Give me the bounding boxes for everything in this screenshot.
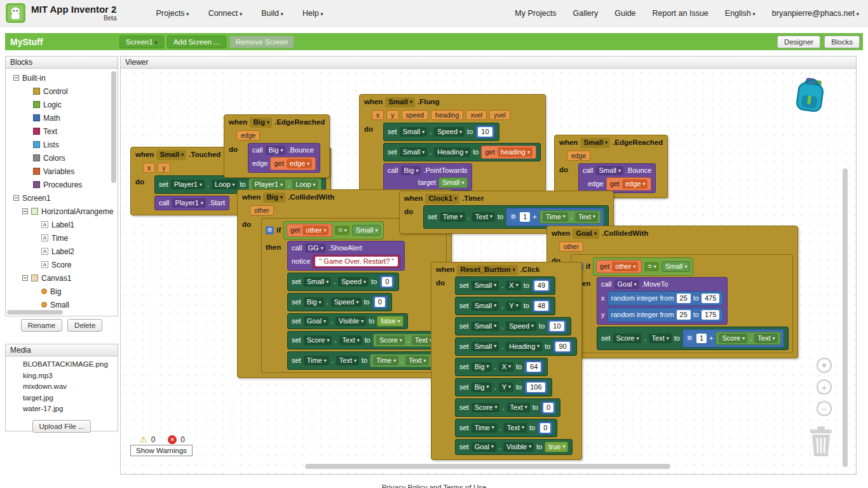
component-dropdown[interactable]: Small [471, 301, 499, 311]
property-dropdown[interactable]: Text [339, 336, 362, 345]
number-field[interactable]: 10 [478, 127, 492, 137]
component-dropdown[interactable]: Score [719, 334, 747, 343]
tree-vertical-scrollbar[interactable] [111, 71, 116, 183]
zoom-center-button[interactable] [817, 358, 832, 373]
set-block[interactable]: set Score . Text to ⚙ 1 + [597, 327, 789, 350]
set-block[interactable]: set Small . X to 49 [455, 276, 555, 295]
number-block[interactable]: 10 [475, 125, 494, 139]
tree-horizontal-scrollbar[interactable] [7, 310, 63, 315]
tree-node-variables[interactable]: Variables [6, 165, 118, 178]
tree-node-big[interactable]: Big [6, 285, 118, 298]
component-dropdown[interactable]: Player1 [252, 180, 285, 189]
number-block[interactable]: 0 [379, 275, 395, 288]
menu-build[interactable]: Build [261, 9, 283, 18]
component-dropdown[interactable]: Big [401, 166, 421, 175]
component-dropdown[interactable]: Time [543, 212, 568, 222]
component-dropdown[interactable]: Small [156, 150, 186, 160]
link-report-issue[interactable]: Report an Issue [653, 9, 709, 18]
property-dropdown[interactable]: Text [649, 334, 672, 343]
footer-links[interactable]: Privacy Policy and Terms of Use [0, 484, 868, 488]
property-dropdown[interactable]: Loop [212, 180, 238, 189]
logic-value-dropdown[interactable]: true [545, 442, 568, 452]
set-block[interactable]: set Small . Y to 48 [455, 297, 555, 315]
number-block[interactable]: 90 [553, 340, 572, 353]
property-dropdown[interactable]: Text [405, 356, 428, 365]
set-block[interactable]: set Score . Text to 0 [455, 398, 560, 417]
property-dropdown[interactable]: Text [507, 403, 530, 412]
param-chip-edge[interactable]: edge [236, 130, 260, 141]
set-block[interactable]: set Goal . Visible to true [455, 439, 573, 455]
get-block[interactable]: get edge [270, 157, 316, 170]
component-dropdown[interactable]: Player1 [172, 198, 206, 208]
component-dropdown[interactable]: Goal [614, 280, 639, 289]
number-field[interactable]: 175 [702, 310, 719, 320]
menu-projects[interactable]: Projects [156, 9, 189, 18]
add-screen-button[interactable]: Add Screen ... [167, 36, 226, 48]
media-file[interactable]: mixdown.wav [6, 383, 118, 394]
number-block[interactable]: 64 [524, 360, 543, 374]
tree-node-screen1[interactable]: Screen1 [6, 191, 118, 205]
component-dropdown[interactable]: Reset_Burtton [457, 265, 517, 275]
random-integer-block[interactable]: random integer from 25 to 475 [607, 291, 724, 306]
component-dropdown[interactable]: Goal [304, 316, 329, 326]
number-block[interactable]: 0 [372, 295, 388, 309]
media-file[interactable]: target.jpg [6, 394, 118, 405]
property-dropdown[interactable]: Visible [336, 316, 366, 326]
get-block[interactable]: get other [287, 224, 332, 237]
component-dropdown[interactable]: Goal [573, 229, 599, 239]
tree-node-lists[interactable]: Lists [6, 138, 118, 151]
logic-equals-block[interactable]: get other = Small [593, 257, 693, 276]
number-field[interactable]: 0 [540, 423, 550, 433]
blocks-workspace[interactable]: when Small .Touched x y do set Player1 .… [120, 69, 857, 475]
set-block[interactable]: set Small . Heading to 90 [455, 337, 577, 356]
media-file[interactable]: king.mp3 [6, 372, 118, 383]
number-field[interactable]: 25 [677, 294, 691, 303]
component-dropdown[interactable]: Score [471, 403, 500, 412]
set-block[interactable]: set Small . Heading to get heading [383, 143, 541, 161]
set-block[interactable]: set Small . Speed to 10 [455, 317, 571, 336]
param-chip-yvel[interactable]: yvel [489, 110, 510, 121]
app-logo-icon[interactable] [6, 3, 25, 23]
call-block[interactable]: call Big .PointTowards target Small [383, 163, 472, 191]
backpack-icon[interactable] [792, 75, 830, 118]
set-block[interactable]: set Big . Speed to 0 [287, 293, 392, 311]
text-string-block[interactable]: " Game Over. Restart? " [313, 255, 400, 268]
when-reset-button-click-block[interactable]: when Reset_Burtton .Click do set Small .… [431, 262, 582, 460]
number-field[interactable]: 49 [534, 281, 548, 290]
param-chip-edge[interactable]: edge [567, 151, 590, 161]
property-dropdown[interactable]: Heading [506, 342, 542, 351]
tree-node-small[interactable]: Small [6, 298, 118, 311]
number-block[interactable]: 49 [532, 279, 551, 292]
set-block[interactable]: set Time . Text to ⚙ 1 + Time . Te [423, 205, 609, 229]
set-block[interactable]: set Big . X to 64 [455, 358, 548, 376]
component-dropdown[interactable]: Small [385, 97, 415, 107]
number-block[interactable]: 106 [524, 381, 547, 394]
number-field[interactable]: 1 [520, 212, 530, 222]
number-field[interactable]: 25 [677, 310, 691, 320]
param-chip-y[interactable]: y [158, 163, 170, 173]
property-dropdown[interactable]: X [506, 281, 520, 290]
number-block[interactable]: 48 [532, 299, 551, 313]
param-chip-x[interactable]: x [372, 110, 384, 121]
property-dropdown[interactable]: Text [504, 423, 527, 433]
component-dropdown[interactable]: GG [305, 243, 326, 253]
set-block[interactable]: set Big . Y to 106 [455, 378, 552, 396]
property-dropdown[interactable]: Y [499, 383, 513, 392]
designer-button[interactable]: Designer [777, 36, 820, 48]
tree-node-label1[interactable]: ALabel1 [6, 218, 118, 231]
variable-dropdown[interactable]: heading [498, 147, 532, 157]
remove-screen-button[interactable]: Remove Screen [229, 36, 294, 48]
tree-node-math[interactable]: Math [6, 111, 118, 125]
mutator-gear-icon[interactable]: ⚙ [266, 226, 274, 234]
set-block[interactable]: set Goal . Visible to false [287, 313, 408, 329]
component-dropdown[interactable]: Small [400, 127, 428, 137]
property-dropdown[interactable]: Heading [434, 147, 470, 157]
number-field[interactable]: 0 [375, 297, 385, 307]
set-block[interactable]: set Small . Speed to 10 [383, 123, 499, 141]
workspace-vertical-scrollbar[interactable] [843, 168, 848, 467]
param-chip-x[interactable]: x [143, 163, 155, 173]
component-block[interactable]: Small [352, 225, 381, 236]
property-dropdown[interactable]: Speed [434, 127, 465, 137]
param-chip-heading[interactable]: heading [431, 110, 463, 121]
random-integer-block[interactable]: random integer from 25 to 175 [607, 308, 724, 322]
